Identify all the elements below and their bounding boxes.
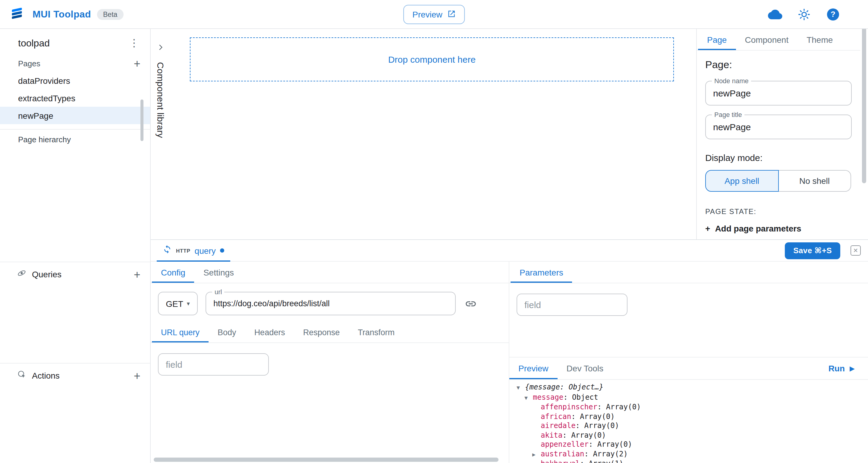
unsaved-changes-dot xyxy=(220,248,224,253)
pages-list-scrollbar[interactable] xyxy=(141,99,144,141)
tab-response[interactable]: Response xyxy=(294,322,349,342)
http-method-value: GET xyxy=(166,299,183,308)
json-row-african: african: Array(0) xyxy=(517,412,868,422)
expand-arrow-icon[interactable]: ▼ xyxy=(517,383,525,393)
page-canvas: Drop component here xyxy=(170,29,696,239)
component-library-strip: Component library xyxy=(151,29,170,239)
tab-page[interactable]: Page xyxy=(698,29,736,50)
run-button[interactable]: Run ▶ xyxy=(829,358,868,379)
tab-theme[interactable]: Theme xyxy=(798,29,842,50)
add-page-button[interactable]: + xyxy=(131,58,143,69)
display-mode-toggle-group: App shell No shell xyxy=(705,170,851,192)
parameters-tabs: Parameters xyxy=(509,261,868,283)
run-button-label: Run xyxy=(829,364,845,373)
preview-toolbar: Preview Dev Tools Run ▶ xyxy=(509,357,868,380)
json-row-akita: akita: Array(0) xyxy=(517,431,868,440)
toggle-no-shell[interactable]: No shell xyxy=(778,170,851,192)
inspector-scrollbar[interactable] xyxy=(862,24,866,183)
tab-config[interactable]: Config xyxy=(152,261,194,283)
page-state-label: PAGE STATE: xyxy=(705,207,852,216)
queries-icon xyxy=(17,268,27,280)
parameters-field-input[interactable] xyxy=(517,294,627,315)
tab-dev-tools[interactable]: Dev Tools xyxy=(558,358,613,379)
expand-arrow-icon[interactable]: ▶ xyxy=(532,460,541,463)
page-title-field: Page title xyxy=(705,115,852,139)
expand-arrow-icon[interactable]: ▼ xyxy=(524,393,533,403)
sidebar-item-extractedtypes[interactable]: extractedTypes xyxy=(0,89,150,107)
preview-button-label: Preview xyxy=(412,10,442,19)
query-result-json-tree: ▼{message: Object…} ▼message: Object aff… xyxy=(509,380,868,463)
add-page-parameters-button[interactable]: + Add page parameters xyxy=(705,224,852,233)
request-tabs: URL query Body Headers Response Transfor… xyxy=(151,322,509,343)
component-library-label: Component library xyxy=(156,62,166,138)
link-icon[interactable] xyxy=(464,296,478,311)
expand-arrow-icon[interactable]: ▶ xyxy=(532,450,541,459)
json-row-bakharwal[interactable]: ▶bakharwal: Array(1) xyxy=(517,459,868,463)
queries-section-label: Queries xyxy=(32,270,126,279)
url-input[interactable] xyxy=(206,292,455,315)
add-icon: + xyxy=(705,224,710,233)
json-root-preview: {message: Object…} xyxy=(525,383,603,391)
query-editor-panel: HTTP query Save ⌘+S ✕ Config Settings GE… xyxy=(151,239,868,463)
tab-parameters[interactable]: Parameters xyxy=(510,261,572,283)
tab-body[interactable]: Body xyxy=(209,322,245,342)
tab-transform[interactable]: Transform xyxy=(349,322,404,342)
page-title-label: Page title xyxy=(712,111,744,118)
node-name-input[interactable] xyxy=(706,82,851,105)
help-icon[interactable]: ? xyxy=(826,7,840,22)
inspector-heading: Page: xyxy=(705,59,852,71)
app-title: MUI Toolpad xyxy=(33,9,91,20)
workspace-title: toolpad xyxy=(18,38,50,49)
query-editor-header: HTTP query Save ⌘+S ✕ xyxy=(151,240,868,261)
parameters-field xyxy=(517,294,627,316)
query-tab-name: query xyxy=(195,246,216,255)
sidebar-item-newpage[interactable]: newPage xyxy=(0,107,150,124)
cloud-status-icon[interactable] xyxy=(768,7,782,22)
top-app-bar: MUI Toolpad Beta Preview ? xyxy=(0,0,868,29)
http-method-select[interactable]: GET ▾ xyxy=(158,292,198,315)
theme-toggle-sun-icon[interactable] xyxy=(797,7,811,22)
launch-icon xyxy=(447,9,456,20)
page-title-input[interactable] xyxy=(706,115,851,138)
close-query-panel-icon[interactable]: ✕ xyxy=(850,245,861,256)
url-field-label: url xyxy=(212,288,224,296)
http-sync-icon xyxy=(163,245,172,256)
tab-settings[interactable]: Settings xyxy=(194,261,243,283)
add-query-button[interactable]: + xyxy=(131,269,143,280)
pages-section-label: Pages xyxy=(18,59,40,68)
drop-component-zone[interactable]: Drop component here xyxy=(190,37,674,82)
sidebar-item-dataproviders[interactable]: dataProviders xyxy=(0,72,150,89)
expand-library-chevron-icon[interactable] xyxy=(151,43,170,51)
query-parameters-column: Parameters Preview Dev Tools Run ▶ xyxy=(509,261,868,463)
beta-badge: Beta xyxy=(97,9,123,20)
query-config-column: Config Settings GET ▾ url xyxy=(151,261,509,463)
tab-url-query[interactable]: URL query xyxy=(152,322,209,342)
chevron-down-icon: ▾ xyxy=(187,300,190,307)
add-page-parameters-label: Add page parameters xyxy=(715,224,801,233)
inspector-tabs: Page Component Theme xyxy=(697,29,860,51)
json-row-appenzeller: appenzeller: Array(0) xyxy=(517,440,868,450)
json-row-message[interactable]: ▼message: Object xyxy=(517,393,868,403)
tab-preview[interactable]: Preview xyxy=(509,358,558,379)
url-query-field-input[interactable] xyxy=(158,354,268,375)
node-name-label: Node name xyxy=(712,77,751,84)
actions-icon xyxy=(17,370,27,381)
add-action-button[interactable]: + xyxy=(131,370,143,381)
mui-toolpad-logo-icon xyxy=(10,7,24,22)
left-sidebar: toolpad ⋮ Pages + dataProviders extracte… xyxy=(0,29,151,463)
workspace-menu-kebab-icon[interactable]: ⋮ xyxy=(127,37,142,50)
play-icon: ▶ xyxy=(849,364,855,372)
json-row-australian[interactable]: ▶australian: Array(2) xyxy=(517,450,868,459)
tab-component[interactable]: Component xyxy=(736,29,798,50)
preview-button[interactable]: Preview xyxy=(403,5,465,24)
config-horizontal-scrollbar[interactable] xyxy=(154,458,498,462)
toolpad-app: MUI Toolpad Beta Preview ? xyxy=(0,0,868,463)
tab-headers[interactable]: Headers xyxy=(245,322,294,342)
url-field: url xyxy=(206,292,456,315)
toggle-app-shell[interactable]: App shell xyxy=(705,170,778,192)
help-icon-glyph: ? xyxy=(827,8,839,20)
query-tab[interactable]: HTTP query xyxy=(157,240,230,261)
json-root-row[interactable]: ▼{message: Object…} xyxy=(517,383,868,393)
save-button[interactable]: Save ⌘+S xyxy=(785,242,840,259)
url-query-field xyxy=(158,353,269,376)
